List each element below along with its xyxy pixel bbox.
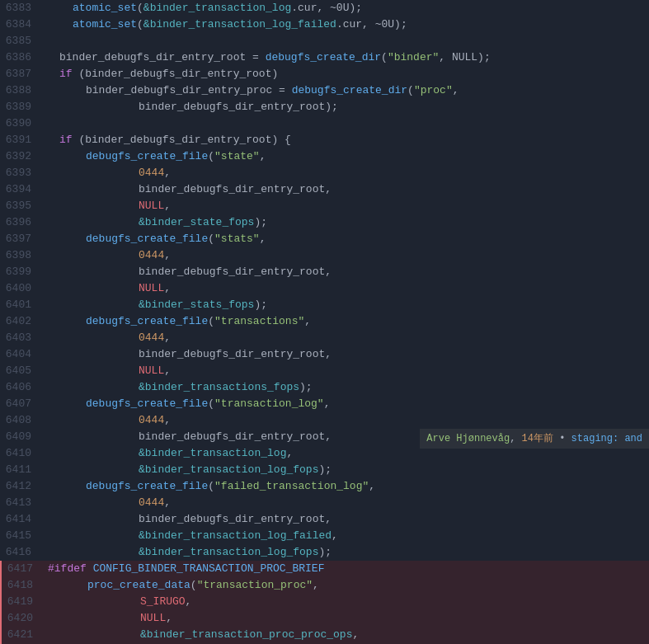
code-line: 6411&binder_transaction_log_fops); (0, 462, 649, 478)
line-number: 6396 (0, 214, 40, 231)
code-line: 6419S_IRUGO, (0, 594, 649, 610)
line-content: debugfs_create_file("stats", (40, 231, 649, 247)
line-number: 6406 (0, 379, 40, 396)
line-content: NULL, (40, 363, 649, 379)
code-line: 63980444, (0, 247, 649, 264)
line-number: 6418 (2, 577, 41, 594)
line-number: 6394 (0, 181, 40, 198)
line-content: binder_debugfs_dir_entry_proc = debugfs_… (40, 82, 649, 99)
code-line: 6420NULL, (0, 610, 649, 627)
code-line: 6404binder_debugfs_dir_entry_root, (0, 346, 649, 363)
line-content: &binder_transaction_log_failed, (40, 528, 649, 544)
code-line: 6395NULL, (0, 198, 649, 214)
line-number: 6400 (0, 280, 40, 297)
code-line: 64030444, (0, 330, 649, 346)
line-content: debugfs_create_file("transactions", (40, 313, 649, 330)
code-line: 6418proc_create_data("transaction_proc", (0, 577, 649, 594)
code-line: 64080444, (0, 412, 649, 429)
code-line: 6414binder_debugfs_dir_entry_root, (0, 511, 649, 528)
line-content: binder_debugfs_dir_entry_root = debugfs_… (40, 49, 649, 66)
line-number: 6421 (2, 627, 41, 643)
code-line: 6392debugfs_create_file("state", (0, 148, 649, 165)
code-line: 6394binder_debugfs_dir_entry_root, (0, 181, 649, 198)
code-line: 6405NULL, (0, 363, 649, 379)
line-number: 6393 (0, 165, 40, 181)
code-line: 6383atomic_set(&binder_transaction_log.c… (0, 0, 649, 16)
line-number: 6389 (0, 99, 40, 115)
line-content: atomic_set(&binder_transaction_log_faile… (40, 16, 649, 33)
code-line: 6385 (0, 33, 649, 49)
line-number: 6386 (0, 49, 40, 66)
line-content: binder_debugfs_dir_entry_root, (40, 181, 649, 198)
code-line: 6421&binder_transaction_proc_proc_ops, (0, 627, 649, 643)
line-content: NULL, (41, 610, 649, 627)
code-line: 6415&binder_transaction_log_failed, (0, 528, 649, 544)
line-number: 6391 (0, 132, 40, 148)
blame-author: Arve Hjønnevåg (426, 433, 510, 444)
line-number: 6399 (0, 264, 40, 280)
code-line: 6391if (binder_debugfs_dir_entry_root) { (0, 132, 649, 148)
code-line: 6400NULL, (0, 280, 649, 297)
line-content: &binder_state_fops); (40, 214, 649, 231)
line-content: debugfs_create_file("failed_transaction_… (40, 478, 649, 495)
code-line: 6410&binder_transaction_log, (0, 445, 649, 462)
line-number: 6410 (0, 445, 40, 462)
line-content: binder_debugfs_dir_entry_root,Arve Hjønn… (40, 429, 649, 445)
line-content: 0444, (40, 330, 649, 346)
code-line: 6402debugfs_create_file("transactions", (0, 313, 649, 330)
code-line: 6416&binder_transaction_log_fops); (0, 544, 649, 561)
blame-time: 14年前 (522, 433, 553, 444)
line-number: 6384 (0, 16, 40, 33)
code-line: 6406&binder_transactions_fops); (0, 379, 649, 396)
line-content: binder_debugfs_dir_entry_root, (40, 511, 649, 528)
line-content: &binder_transaction_log, (40, 445, 649, 462)
line-content: S_IRUGO, (41, 594, 649, 610)
line-content: if (binder_debugfs_dir_entry_root) { (40, 132, 649, 148)
code-editor: 6383atomic_set(&binder_transaction_log.c… (0, 0, 649, 644)
line-content: atomic_set(&binder_transaction_log.cur, … (40, 0, 649, 16)
line-content: 0444, (40, 495, 649, 511)
line-number: 6420 (2, 610, 41, 627)
code-line: 6386binder_debugfs_dir_entry_root = debu… (0, 49, 649, 66)
line-number: 6412 (0, 478, 40, 495)
line-content: debugfs_create_file("transaction_log", (40, 396, 649, 412)
line-content: debugfs_create_file("state", (40, 148, 649, 165)
line-number: 6407 (0, 396, 40, 412)
line-number: 6392 (0, 148, 40, 165)
line-content: 0444, (40, 165, 649, 181)
line-number: 6413 (0, 495, 40, 511)
line-number: 6398 (0, 247, 40, 264)
line-content: &binder_transactions_fops); (40, 379, 649, 396)
code-line: 6399binder_debugfs_dir_entry_root, (0, 264, 649, 280)
line-content: binder_debugfs_dir_entry_root); (40, 99, 649, 115)
line-content: if (binder_debugfs_dir_entry_root) (40, 66, 649, 82)
line-number: 6397 (0, 231, 40, 247)
code-line: 6389binder_debugfs_dir_entry_root); (0, 99, 649, 115)
code-line: 6396&binder_state_fops); (0, 214, 649, 231)
line-number: 6408 (0, 412, 40, 429)
line-number: 6417 (2, 561, 41, 577)
line-number: 6404 (0, 346, 40, 363)
line-content (40, 33, 649, 49)
line-content: binder_debugfs_dir_entry_root, (40, 346, 649, 363)
line-number: 6405 (0, 363, 40, 379)
code-line: 6390 (0, 115, 649, 132)
line-content: binder_debugfs_dir_entry_root, (40, 264, 649, 280)
code-line: 6409binder_debugfs_dir_entry_root,Arve H… (0, 429, 649, 445)
line-number: 6403 (0, 330, 40, 346)
line-number: 6414 (0, 511, 40, 528)
line-number: 6401 (0, 297, 40, 313)
line-number: 6402 (0, 313, 40, 330)
line-number: 6411 (0, 462, 40, 478)
line-number: 6395 (0, 198, 40, 214)
line-content: &binder_transaction_log_fops); (40, 544, 649, 561)
code-line: 6397debugfs_create_file("stats", (0, 231, 649, 247)
line-number: 6385 (0, 33, 40, 49)
blame-branch: staging: and (571, 433, 642, 444)
line-number: 6390 (0, 115, 40, 132)
code-line: 6412debugfs_create_file("failed_transact… (0, 478, 649, 495)
code-line: 6388binder_debugfs_dir_entry_proc = debu… (0, 82, 649, 99)
line-number: 6415 (0, 528, 40, 544)
line-content: proc_create_data("transaction_proc", (41, 577, 649, 594)
line-number: 6383 (0, 0, 40, 16)
